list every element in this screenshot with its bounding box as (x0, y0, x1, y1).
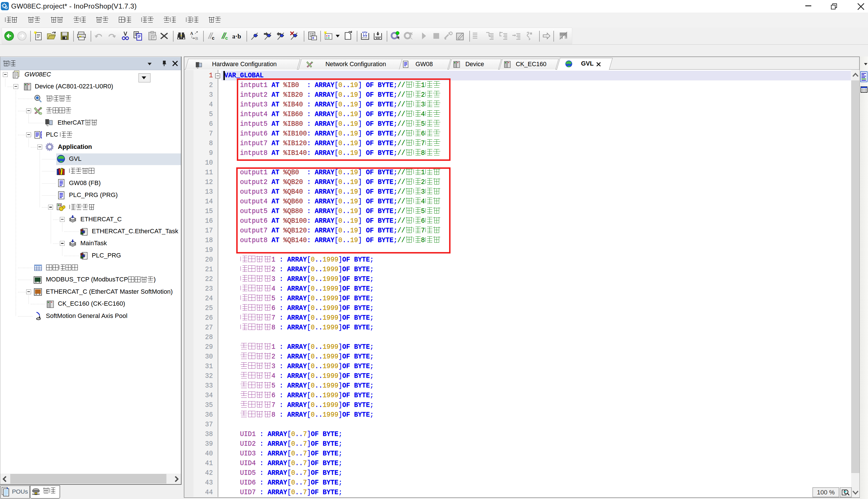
svg-text:A: A (190, 31, 193, 36)
